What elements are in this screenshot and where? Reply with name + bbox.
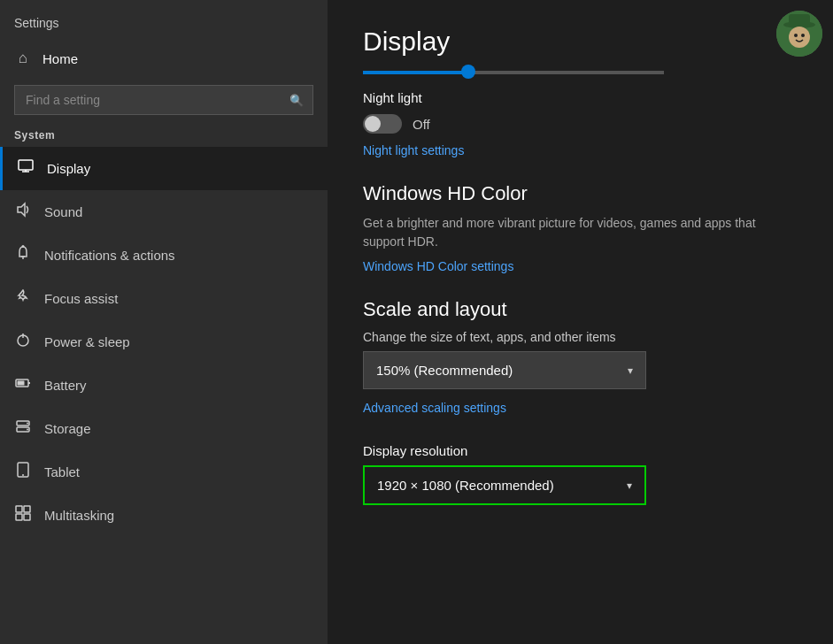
svg-point-6 — [22, 245, 25, 248]
notifications-label: Notifications & actions — [44, 248, 175, 263]
svg-rect-0 — [19, 160, 33, 170]
hd-color-description: Get a brighter and more vibrant picture … — [363, 214, 798, 251]
brightness-slider[interactable] — [363, 71, 664, 74]
avatar-area — [776, 11, 822, 57]
advanced-scaling-link[interactable]: Advanced scaling settings — [363, 401, 506, 415]
resolution-chevron-icon: ▾ — [627, 479, 632, 492]
scale-value: 150% (Recommended) — [376, 363, 513, 378]
battery-label: Battery — [44, 378, 87, 393]
svg-rect-18 — [16, 506, 22, 512]
svg-point-25 — [789, 27, 810, 48]
search-box[interactable]: 🔍 — [14, 85, 313, 115]
avatar — [776, 11, 822, 57]
search-container: 🔍 — [0, 78, 328, 126]
notifications-icon — [14, 245, 32, 265]
hd-color-link[interactable]: Windows HD Color settings — [363, 259, 513, 273]
tablet-label: Tablet — [44, 464, 80, 479]
home-icon: ⌂ — [14, 50, 32, 67]
sidebar-item-notifications[interactable]: Notifications & actions — [0, 234, 328, 277]
scale-chevron-icon: ▾ — [628, 364, 633, 377]
svg-marker-3 — [18, 203, 25, 216]
battery-icon — [14, 375, 32, 395]
search-input[interactable] — [26, 93, 281, 107]
sidebar-item-battery[interactable]: Battery — [0, 364, 328, 407]
svg-point-15 — [27, 429, 28, 431]
brightness-slider-container — [363, 71, 664, 74]
toggle-row: Off — [363, 114, 798, 134]
multitasking-label: Multitasking — [44, 508, 114, 523]
svg-rect-19 — [24, 506, 30, 512]
sidebar: Settings ⌂ Home 🔍 System Display Sound N… — [0, 0, 328, 644]
home-label: Home — [42, 51, 78, 66]
svg-point-17 — [22, 474, 24, 476]
svg-point-14 — [27, 423, 28, 425]
sidebar-item-sound[interactable]: Sound — [0, 190, 328, 234]
sidebar-item-multitasking[interactable]: Multitasking — [0, 494, 328, 537]
sound-icon — [14, 202, 32, 222]
scale-layout-heading: Scale and layout — [363, 298, 798, 321]
sidebar-item-home[interactable]: ⌂ Home — [0, 39, 328, 78]
sidebar-item-power[interactable]: Power & sleep — [0, 320, 328, 364]
page-title: Display — [363, 27, 798, 57]
power-icon — [14, 332, 32, 352]
multitasking-icon — [14, 505, 32, 525]
slider-thumb[interactable] — [461, 65, 475, 79]
sidebar-item-tablet[interactable]: Tablet — [0, 450, 328, 494]
toggle-knob — [365, 116, 381, 132]
svg-point-26 — [794, 34, 798, 37]
focus-label: Focus assist — [44, 291, 118, 306]
section-label: System — [0, 126, 328, 147]
main-content: Display Night light Off Night light sett… — [328, 0, 833, 644]
sidebar-item-focus[interactable]: Focus assist — [0, 277, 328, 320]
svg-rect-24 — [789, 14, 810, 27]
search-icon: 🔍 — [289, 94, 304, 107]
svg-rect-11 — [18, 381, 25, 386]
display-icon — [17, 158, 35, 179]
power-label: Power & sleep — [44, 334, 130, 349]
svg-rect-21 — [24, 514, 30, 520]
night-light-settings-link[interactable]: Night light settings — [363, 143, 464, 157]
resolution-value: 1920 × 1080 (Recommended) — [377, 478, 554, 493]
hd-color-heading: Windows HD Color — [363, 182, 798, 205]
sidebar-item-display[interactable]: Display — [0, 147, 328, 190]
scale-dropdown-label: Change the size of text, apps, and other… — [363, 330, 798, 344]
svg-rect-20 — [16, 514, 22, 520]
toggle-state-label: Off — [413, 117, 430, 132]
sound-label: Sound — [44, 204, 82, 219]
focus-icon — [14, 288, 32, 309]
svg-point-27 — [801, 34, 805, 37]
night-light-label: Night light — [363, 90, 798, 105]
app-title: Settings — [0, 0, 328, 39]
resolution-dropdown[interactable]: 1920 × 1080 (Recommended) ▾ — [363, 465, 646, 505]
slider-fill — [363, 71, 468, 74]
storage-label: Storage — [44, 421, 91, 436]
tablet-icon — [14, 462, 32, 482]
resolution-label: Display resolution — [363, 443, 798, 458]
storage-icon — [14, 418, 32, 439]
sidebar-item-storage[interactable]: Storage — [0, 407, 328, 450]
scale-dropdown[interactable]: 150% (Recommended) ▾ — [363, 351, 646, 389]
night-light-toggle[interactable] — [363, 114, 402, 134]
display-label: Display — [47, 161, 90, 176]
